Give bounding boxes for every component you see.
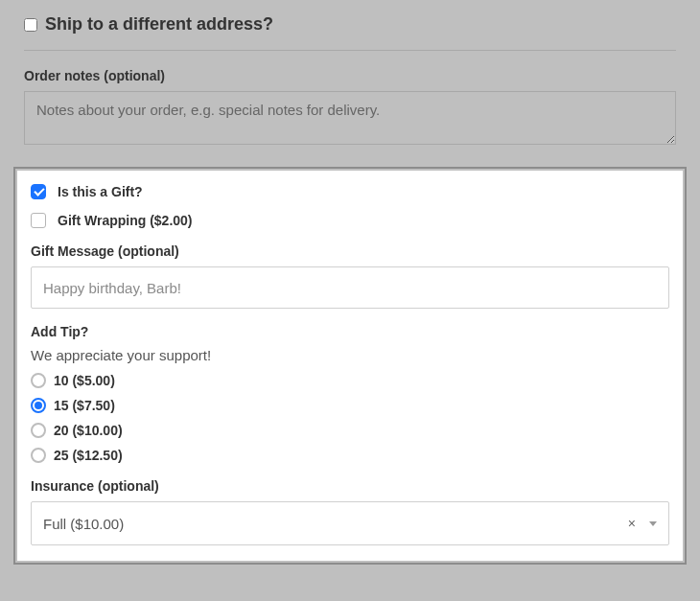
chevron-down-icon[interactable] — [649, 521, 657, 526]
tip-radio-20-label[interactable]: 20 ($10.00) — [54, 423, 123, 438]
insurance-label: Insurance (optional) — [31, 478, 669, 494]
gift-message-input[interactable] — [31, 266, 669, 309]
tip-option-row: 10 ($5.00) — [31, 373, 669, 388]
is-gift-row: Is this a Gift? — [31, 184, 669, 199]
gift-wrapping-row: Gift Wrapping ($2.00) — [31, 213, 669, 228]
tip-radio-10-label[interactable]: 10 ($5.00) — [54, 373, 115, 388]
order-notes-label: Order notes (optional) — [24, 68, 676, 83]
gift-message-label: Gift Message (optional) — [31, 243, 669, 259]
tip-option-row: 25 ($12.50) — [31, 448, 669, 463]
is-gift-checkbox[interactable] — [31, 184, 46, 199]
tip-option-row: 20 ($10.00) — [31, 423, 669, 438]
gift-tip-insurance-panel: Is this a Gift? Gift Wrapping ($2.00) Gi… — [17, 171, 683, 561]
tip-support-text: We appreciate your support! — [31, 347, 669, 363]
ship-different-address-checkbox[interactable] — [24, 18, 37, 32]
clear-icon[interactable]: × — [620, 512, 643, 535]
is-gift-label[interactable]: Is this a Gift? — [58, 184, 143, 199]
tip-radio-20[interactable] — [31, 423, 46, 438]
tip-radio-25-label[interactable]: 25 ($12.50) — [54, 448, 123, 463]
ship-different-address-label[interactable]: Ship to a different address? — [45, 14, 273, 35]
tip-radio-25[interactable] — [31, 448, 46, 463]
ship-different-address-row: Ship to a different address? — [24, 14, 676, 51]
tip-radio-10[interactable] — [31, 373, 46, 388]
insurance-select[interactable]: Full ($10.00) × — [31, 501, 669, 545]
tip-radio-15-label[interactable]: 15 ($7.50) — [54, 398, 115, 413]
gift-wrapping-checkbox[interactable] — [31, 213, 46, 228]
add-tip-label: Add Tip? — [31, 324, 669, 339]
order-notes-textarea[interactable] — [24, 91, 676, 145]
tip-option-row: 15 ($7.50) — [31, 398, 669, 413]
gift-wrapping-label[interactable]: Gift Wrapping ($2.00) — [58, 213, 193, 228]
insurance-selected-value: Full ($10.00) — [43, 516, 620, 532]
tip-radio-15[interactable] — [31, 398, 46, 413]
